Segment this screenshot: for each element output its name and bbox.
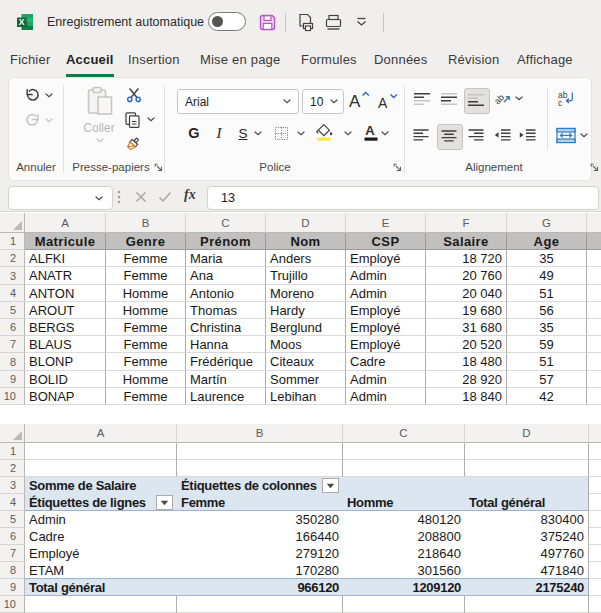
- print-preview-icon[interactable]: [296, 13, 315, 32]
- s2-cell-D6[interactable]: 375240: [465, 528, 589, 545]
- s2-row-header-9[interactable]: 9: [0, 579, 25, 596]
- s2-col-header-D[interactable]: D: [465, 424, 589, 443]
- s1-col-header-G[interactable]: G: [507, 213, 587, 233]
- s2-cell-A8[interactable]: ETAM: [25, 562, 177, 579]
- s2-row-labels-filter-button[interactable]: [156, 495, 173, 510]
- alignment-dialog-launcher-icon[interactable]: [590, 163, 600, 173]
- s1-cell-C3[interactable]: Ana: [186, 267, 266, 285]
- s2-cell-D10[interactable]: [465, 596, 589, 613]
- s1-cell-F7[interactable]: 20 520: [426, 336, 507, 353]
- s2-cell-E5[interactable]: [589, 511, 601, 528]
- autosave-toggle[interactable]: [208, 12, 246, 31]
- s2-cell-D8[interactable]: 471840: [465, 562, 589, 579]
- s2-cell-C9[interactable]: 1209120: [343, 579, 465, 596]
- align-top-icon[interactable]: [413, 92, 431, 106]
- underline-dropdown-icon[interactable]: [254, 131, 262, 136]
- s1-col-header-partial[interactable]: [587, 213, 601, 233]
- s1-cell-B9[interactable]: Homme: [106, 371, 186, 388]
- s2-cell-B4[interactable]: Femme: [177, 494, 343, 511]
- formula-input[interactable]: 13: [207, 186, 599, 210]
- s1-cell-B4[interactable]: Homme: [106, 285, 186, 302]
- copy-dropdown-icon[interactable]: [147, 117, 155, 122]
- customize-qat-icon[interactable]: [356, 17, 367, 27]
- s1-cell-D10[interactable]: Lebihan: [266, 388, 346, 405]
- fill-color-icon[interactable]: [315, 123, 333, 142]
- s1-cell-E1[interactable]: CSP: [346, 233, 426, 250]
- s1-row-header-6[interactable]: 6: [0, 319, 25, 336]
- tab-insertion[interactable]: Insertion: [128, 44, 180, 74]
- s1-cell-H8[interactable]: [587, 353, 601, 371]
- tab-fichier[interactable]: Fichier: [10, 44, 50, 74]
- s2-cell-C10[interactable]: [343, 596, 465, 613]
- s2-cell-B3[interactable]: Étiquettes de colonnes: [177, 477, 343, 494]
- s2-row-header-4[interactable]: 4: [0, 494, 25, 511]
- s1-cell-G4[interactable]: 51: [507, 285, 587, 302]
- font-color-icon[interactable]: A: [363, 122, 379, 142]
- s1-cell-H1[interactable]: [587, 233, 601, 250]
- s1-cell-A7[interactable]: BLAUS: [25, 336, 106, 353]
- s2-cell-D5[interactable]: 830400: [465, 511, 589, 528]
- s1-row-header-2[interactable]: 2: [0, 250, 25, 267]
- s1-cell-G10[interactable]: 42: [507, 388, 587, 405]
- s1-cell-D1[interactable]: Nom: [266, 233, 346, 250]
- s1-cell-A6[interactable]: BERGS: [25, 319, 106, 336]
- s1-cell-G1[interactable]: Age: [507, 233, 587, 250]
- s1-cell-H6[interactable]: [587, 319, 601, 336]
- s2-cell-B7[interactable]: 279120: [177, 545, 343, 562]
- s1-row-header-4[interactable]: 4: [0, 285, 25, 302]
- s1-cell-C2[interactable]: Maria: [186, 250, 266, 267]
- s1-col-header-D[interactable]: D: [266, 213, 346, 233]
- copy-icon[interactable]: [124, 111, 141, 128]
- s2-cell-B2[interactable]: [177, 460, 343, 477]
- s2-row-header-8[interactable]: 8: [0, 562, 25, 579]
- s1-cell-G2[interactable]: 35: [507, 250, 587, 267]
- cut-icon[interactable]: [126, 87, 142, 103]
- s2-cell-B8[interactable]: 170280: [177, 562, 343, 579]
- s1-cell-H5[interactable]: [587, 302, 601, 319]
- s2-cell-E7[interactable]: [589, 545, 601, 562]
- s1-cell-E9[interactable]: Admin: [346, 371, 426, 388]
- s1-col-header-B[interactable]: B: [106, 213, 186, 233]
- align-left-icon[interactable]: [413, 129, 429, 142]
- s1-col-header-A[interactable]: A: [25, 213, 106, 233]
- s2-cell-D2[interactable]: [465, 460, 589, 477]
- borders-icon[interactable]: [273, 125, 290, 142]
- s2-cell-D3[interactable]: [465, 477, 589, 494]
- s1-cell-B2[interactable]: Femme: [106, 250, 186, 267]
- quick-print-icon[interactable]: [324, 13, 343, 32]
- s1-cell-E2[interactable]: Employé: [346, 250, 426, 267]
- s2-cell-A10[interactable]: [25, 596, 177, 613]
- tab-données[interactable]: Données: [374, 44, 427, 74]
- s2-cell-D7[interactable]: 497760: [465, 545, 589, 562]
- s1-cell-B6[interactable]: Femme: [106, 319, 186, 336]
- s2-cell-B5[interactable]: 350280: [177, 511, 343, 528]
- s1-cell-E4[interactable]: Admin: [346, 285, 426, 302]
- italic-button[interactable]: I: [212, 123, 226, 143]
- s1-select-all-corner[interactable]: [0, 213, 25, 233]
- s2-column-labels-filter-button[interactable]: [322, 478, 339, 493]
- s1-cell-G9[interactable]: 57: [507, 371, 587, 388]
- s1-cell-D9[interactable]: Sommer: [266, 371, 346, 388]
- s1-cell-D5[interactable]: Hardy: [266, 302, 346, 319]
- font-color-dropdown-icon[interactable]: [381, 131, 389, 136]
- s2-cell-C7[interactable]: 218640: [343, 545, 465, 562]
- undo-icon[interactable]: [24, 87, 41, 104]
- s1-cell-C7[interactable]: Hanna: [186, 336, 266, 353]
- decrease-indent-icon[interactable]: [493, 129, 511, 142]
- s1-cell-D4[interactable]: Moreno: [266, 285, 346, 302]
- s1-col-header-F[interactable]: F: [426, 213, 507, 233]
- s1-cell-D3[interactable]: Trujillo: [266, 267, 346, 285]
- s2-col-header-partial[interactable]: [589, 424, 601, 443]
- s1-cell-F3[interactable]: 20 760: [426, 267, 507, 285]
- underline-button[interactable]: S: [235, 123, 251, 143]
- save-icon[interactable]: [258, 13, 277, 32]
- s1-cell-C1[interactable]: Prénom: [186, 233, 266, 250]
- s1-cell-F9[interactable]: 28 920: [426, 371, 507, 388]
- s1-cell-B3[interactable]: Femme: [106, 267, 186, 285]
- format-painter-icon[interactable]: [124, 136, 141, 153]
- align-right-icon[interactable]: [468, 129, 484, 142]
- s1-col-header-C[interactable]: C: [186, 213, 266, 233]
- s1-cell-D6[interactable]: Berglund: [266, 319, 346, 336]
- s2-cell-C8[interactable]: 301560: [343, 562, 465, 579]
- font-name-combo[interactable]: Arial: [177, 89, 299, 114]
